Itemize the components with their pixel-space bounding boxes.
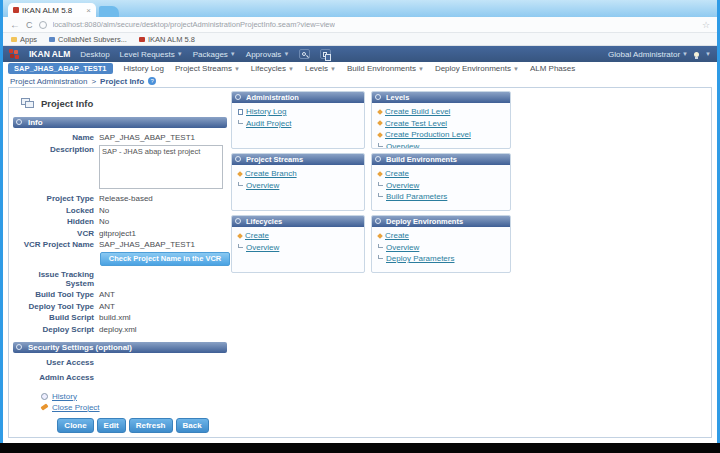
shortcut-panels: Administration History Log Audit Project… — [231, 91, 511, 273]
panel-toggle-icon[interactable] — [235, 156, 241, 162]
tab-label: Lifecycles — [251, 64, 286, 73]
menu-approvals[interactable]: Approvals▼ — [246, 50, 290, 59]
tab-history-log[interactable]: History Log — [124, 64, 164, 73]
chevron-down-icon: ▼ — [283, 51, 289, 57]
document-icon — [238, 109, 243, 115]
lamp-icon[interactable] — [694, 52, 699, 57]
menu-label: Approvals — [246, 50, 282, 59]
chevron-down-icon: ▼ — [418, 66, 424, 72]
tab-alm-phases[interactable]: ALM Phases — [530, 64, 575, 73]
levels-overview-link[interactable]: Overview — [386, 142, 419, 150]
help-icon[interactable]: ? — [148, 77, 156, 85]
section-toggle-icon[interactable] — [16, 119, 22, 125]
menu-desktop[interactable]: Desktop — [80, 50, 109, 59]
panel-toggle-icon[interactable] — [375, 156, 381, 162]
user-menu[interactable]: Global Administrator▼ — [608, 50, 688, 59]
tab-label: Deploy Environments — [435, 64, 511, 73]
audit-project-link[interactable]: Audit Project — [246, 119, 291, 128]
url-field[interactable]: localhost:8080/alm/secure/desktop/projec… — [53, 19, 696, 30]
copy-icon[interactable] — [320, 49, 331, 59]
panel-title: Administration — [246, 93, 299, 102]
close-project-link[interactable]: Close Project — [52, 403, 100, 412]
project-info-icon — [21, 98, 35, 109]
tab-close-icon[interactable]: × — [86, 6, 91, 15]
field-label: Issue Tracking System — [13, 270, 99, 288]
create-build-level-link[interactable]: Create Build Level — [385, 107, 450, 116]
tab-deploy-environments[interactable]: Deploy Environments▼ — [435, 64, 519, 73]
field-label: VCR — [13, 229, 99, 238]
clone-button[interactable]: Clone — [57, 418, 93, 433]
menu-level-requests[interactable]: Level Requests▼ — [120, 50, 183, 59]
chevron-down-icon[interactable]: ▼ — [705, 51, 711, 57]
field-hidden: Hidden No — [13, 217, 227, 226]
tab-lifecycles[interactable]: Lifecycles▼ — [251, 64, 294, 73]
bookmark-label: Apps — [20, 35, 37, 44]
lifecycle-overview-link[interactable]: Overview — [246, 243, 279, 252]
panel-toggle-icon[interactable] — [375, 94, 381, 100]
bookmark-collabnet[interactable]: CollabNet Subvers... — [49, 35, 127, 44]
history-log-link[interactable]: History Log — [246, 107, 286, 116]
breadcrumb-section[interactable]: Project Administration — [10, 77, 87, 86]
back-icon[interactable]: ← — [10, 20, 20, 30]
description-textarea[interactable]: SAP - JHAS abap test project — [99, 145, 223, 189]
field-deploy-tool-type: Deploy Tool Type ANT — [13, 302, 227, 311]
bookmark-star-icon[interactable]: ☆ — [702, 20, 710, 30]
chevron-down-icon: ▼ — [513, 66, 519, 72]
field-value: build.xml — [99, 313, 131, 322]
ikan-logo-icon — [9, 49, 19, 59]
create-test-level-link[interactable]: Create Test Level — [385, 119, 447, 128]
build-parameters-link[interactable]: Build Parameters — [386, 192, 447, 201]
page-info-icon[interactable] — [39, 21, 47, 29]
form-actions: Clone Edit Refresh Back — [53, 418, 213, 433]
active-project-tab[interactable]: SAP_JHAS_ABAP_TEST1 — [8, 63, 113, 74]
user-menu-label: Global Administrator — [608, 50, 680, 59]
elbow-arrow-icon — [238, 182, 243, 186]
menu-packages[interactable]: Packages▼ — [193, 50, 236, 59]
search-icon[interactable] — [299, 49, 310, 59]
build-env-overview-link[interactable]: Overview — [386, 181, 419, 190]
deploy-parameters-link[interactable]: Deploy Parameters — [386, 254, 454, 263]
address-bar: ← C localhost:8080/alm/secure/desktop/pr… — [3, 17, 717, 33]
tab-label: Project Streams — [175, 64, 232, 73]
check-project-name-button[interactable]: Check Project Name in the VCR — [100, 252, 230, 266]
create-production-level-link[interactable]: Create Production Level — [385, 130, 471, 139]
back-button[interactable]: Back — [176, 418, 209, 433]
refresh-button[interactable]: Refresh — [129, 418, 173, 433]
field-vcr-project-name: VCR Project Name SAP_JHAS_ABAP_TEST1 — [13, 240, 227, 249]
streams-overview-link[interactable]: Overview — [246, 181, 279, 190]
history-link[interactable]: History — [52, 392, 77, 401]
security-section-header: Security Settings (optional) — [13, 342, 227, 353]
build-env-create-link[interactable]: Create — [385, 169, 409, 178]
favicon — [13, 7, 19, 13]
panel-toggle-icon[interactable] — [375, 218, 381, 224]
elbow-arrow-icon — [378, 255, 383, 259]
deploy-env-overview-link[interactable]: Overview — [386, 243, 419, 252]
elbow-arrow-icon — [378, 244, 383, 248]
panel-toggle-icon[interactable] — [235, 94, 241, 100]
tab-title: IKAN ALM 5.8 — [22, 6, 83, 15]
edit-button[interactable]: Edit — [97, 418, 126, 433]
browser-tab[interactable]: IKAN ALM 5.8 × — [8, 3, 96, 17]
field-build-script: Build Script build.xml — [13, 313, 227, 322]
panel-toggle-icon[interactable] — [235, 218, 241, 224]
field-value: SAP_JHAS_ABAP_TEST1 — [99, 240, 195, 249]
lifecycle-create-link[interactable]: Create — [245, 231, 269, 240]
tab-build-environments[interactable]: Build Environments▼ — [347, 64, 424, 73]
field-value: SAP_JHAS_ABAP_TEST1 — [99, 133, 195, 142]
bookmark-label: CollabNet Subvers... — [58, 35, 127, 44]
field-label: Name — [13, 133, 99, 142]
bookmark-icon — [139, 37, 145, 42]
section-toggle-icon[interactable] — [16, 344, 22, 350]
chevron-down-icon: ▼ — [288, 66, 294, 72]
section-title: Security Settings (optional) — [28, 343, 132, 352]
create-icon — [377, 132, 383, 138]
tab-project-streams[interactable]: Project Streams▼ — [175, 64, 240, 73]
create-branch-link[interactable]: Create Branch — [245, 169, 297, 178]
new-tab-button[interactable] — [99, 6, 119, 17]
reload-icon[interactable]: C — [26, 20, 33, 30]
tab-levels[interactable]: Levels▼ — [305, 64, 336, 73]
bookmark-label: IKAN ALM 5.8 — [148, 35, 195, 44]
deploy-env-create-link[interactable]: Create — [385, 231, 409, 240]
bookmark-apps[interactable]: Apps — [11, 35, 37, 44]
bookmark-ikan-alm[interactable]: IKAN ALM 5.8 — [139, 35, 195, 44]
